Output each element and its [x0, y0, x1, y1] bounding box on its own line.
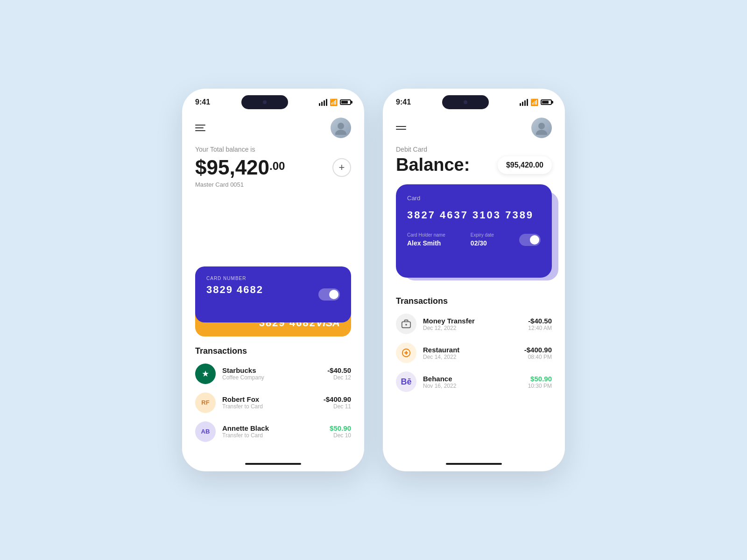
big-card-number-2: 3827 4637 3103 7389: [407, 209, 541, 221]
phone-1: 9:41 📶: [182, 89, 364, 471]
p2-transaction-item-0[interactable]: Money Transfer Dec 12, 2022 -$40.50 12:4…: [396, 314, 552, 334]
svg-point-2: [538, 123, 545, 129]
card-expiry: 02/30: [471, 239, 487, 247]
transaction-sub-1: Transfer to Card: [222, 403, 317, 410]
card-sub-label-1: Master Card 0051: [195, 181, 351, 188]
add-button-1[interactable]: +: [332, 158, 351, 177]
island-dot-1: [263, 100, 267, 104]
restaurant-icon: [396, 343, 416, 363]
avatar-1[interactable]: [331, 118, 351, 138]
time-2: 9:41: [396, 98, 411, 106]
big-card-footer-2: Card Holder name Alex Smith Expiry date …: [407, 232, 541, 247]
avatar-2[interactable]: [531, 118, 552, 138]
balance-heading-2: Balance:: [396, 155, 470, 175]
transaction-item-1[interactable]: RF Robert Fox Transfer to Card -$400.90 …: [195, 392, 351, 413]
transaction-amount-col-2: $50.90 Dec 10: [330, 424, 351, 439]
transaction-amount-2: $50.90: [330, 424, 351, 432]
balance-amount-1: $95,420.00: [195, 156, 285, 179]
header-2: [383, 114, 565, 146]
svg-point-3: [536, 130, 547, 135]
transaction-name-1: Robert Fox: [222, 395, 317, 403]
transaction-info-1: Robert Fox Transfer to Card: [222, 395, 317, 410]
p2-transaction-amount-col-2: $50.90 10:30 PM: [528, 375, 552, 389]
transaction-sub-2: Transfer to Card: [222, 432, 323, 439]
home-indicator-2: [446, 463, 502, 465]
p2-transaction-info-0: Money Transfer Dec 12, 2022: [423, 317, 521, 331]
p2-transaction-time-2: 10:30 PM: [528, 383, 552, 389]
p2-transaction-item-2[interactable]: Bē Behance Nov 16, 2022 $50.90 10:30 PM: [396, 371, 552, 392]
p2-transaction-name-2: Behance: [423, 375, 521, 383]
p2-transaction-amount-2: $50.90: [528, 375, 552, 383]
p2-transaction-amount-1: -$400.90: [524, 346, 552, 354]
wifi-icon-1: 📶: [330, 98, 338, 106]
card-holder-field: Card Holder name Alex Smith: [407, 232, 445, 247]
rf-icon: RF: [195, 392, 216, 413]
p2-transaction-amount-col-0: -$40.50 12:40 AM: [528, 317, 552, 331]
big-card-container-2: Card 3827 4637 3103 7389 Card Holder nam…: [383, 184, 565, 278]
behance-icon: Bē: [396, 371, 416, 392]
transaction-date-2: Dec 10: [330, 432, 351, 439]
status-icons-2: 📶: [520, 98, 552, 106]
transaction-amount-col-0: -$40.50 Dec 12: [327, 366, 351, 381]
transactions-1: Transactions ★ Starbucks Coffee Company …: [182, 339, 364, 460]
transactions-title-2: Transactions: [396, 296, 552, 306]
dynamic-island-2: [442, 95, 489, 109]
card-holder-name: Alex Smith: [407, 239, 441, 247]
card-holder-label: Card Holder name: [407, 232, 445, 238]
svg-point-1: [335, 130, 346, 135]
wallet-icon: [396, 314, 416, 334]
transaction-amount-0: -$40.50: [327, 366, 351, 374]
cards-stack-1: CARD NUMBER 3829 4682 CARD NUMBER 3829 4…: [182, 266, 364, 343]
transaction-amount-col-1: -$400.90 Dec 11: [324, 395, 351, 410]
phone-2: 9:41 📶: [383, 89, 565, 471]
svg-point-0: [338, 123, 344, 129]
transaction-item-2[interactable]: AB Annette Black Transfer to Card $50.90…: [195, 421, 351, 442]
p2-transaction-name-0: Money Transfer: [423, 317, 521, 325]
p2-transaction-name-1: Restaurant: [423, 346, 518, 354]
ab-icon: AB: [195, 421, 216, 442]
big-toggle-2[interactable]: [519, 234, 541, 246]
transaction-name-2: Annette Black: [222, 424, 323, 432]
big-card-2[interactable]: Card 3827 4637 3103 7389 Card Holder nam…: [396, 184, 552, 278]
transaction-name-0: Starbucks: [222, 366, 321, 374]
p2-transaction-sub-2: Nov 16, 2022: [423, 383, 521, 389]
p2-transaction-item-1[interactable]: Restaurant Dec 14, 2022 -$400.90 08:40 P…: [396, 343, 552, 363]
transaction-sub-0: Coffee Company: [222, 374, 321, 381]
balance-badge-2: $95,420.00: [498, 156, 552, 174]
balance-label-1: Your Total balance is: [195, 146, 351, 153]
transaction-date-1: Dec 11: [324, 403, 351, 410]
transaction-item-0[interactable]: ★ Starbucks Coffee Company -$40.50 Dec 1…: [195, 364, 351, 384]
p2-transaction-info-1: Restaurant Dec 14, 2022: [423, 346, 518, 360]
status-bar-2: 9:41 📶: [383, 89, 565, 114]
p2-transaction-amount-col-1: -$400.90 08:40 PM: [524, 346, 552, 360]
signal-icon-2: [520, 99, 528, 106]
signal-icon-1: [319, 99, 327, 106]
balance-row-2: Balance: $95,420.00: [383, 155, 565, 175]
menu-button-2[interactable]: [396, 126, 406, 130]
card-purple-1[interactable]: CARD NUMBER 3829 4682: [195, 266, 351, 322]
phones-container: 9:41 📶: [182, 89, 565, 471]
big-card-label-2: Card: [407, 195, 541, 202]
header-1: [182, 114, 364, 146]
p2-transaction-sub-0: Dec 12, 2022: [423, 325, 521, 331]
transaction-info-0: Starbucks Coffee Company: [222, 366, 321, 381]
p2-transaction-sub-1: Dec 14, 2022: [423, 354, 518, 360]
time-1: 9:41: [195, 98, 210, 106]
p2-transaction-info-2: Behance Nov 16, 2022: [423, 375, 521, 389]
wifi-icon-2: 📶: [530, 98, 538, 106]
p2-transaction-amount-0: -$40.50: [528, 317, 552, 325]
status-icons-1: 📶: [319, 98, 351, 106]
menu-button-1[interactable]: [195, 125, 205, 131]
p2-transaction-time-1: 08:40 PM: [524, 354, 552, 360]
dynamic-island-1: [241, 95, 288, 109]
card-number-label-1: CARD NUMBER: [206, 276, 340, 281]
status-bar-1: 9:41 📶: [182, 89, 364, 114]
toggle-1[interactable]: [318, 288, 340, 301]
home-indicator-1: [245, 463, 301, 465]
transactions-2: Transactions Money Transfer Dec 12, 2022…: [383, 289, 565, 459]
transaction-amount-1: -$400.90: [324, 395, 351, 403]
battery-icon-1: [340, 99, 351, 105]
starbucks-icon: ★: [195, 364, 216, 384]
balance-section-1: Your Total balance is $95,420.00 + Maste…: [182, 146, 364, 266]
island-dot-2: [464, 100, 467, 104]
